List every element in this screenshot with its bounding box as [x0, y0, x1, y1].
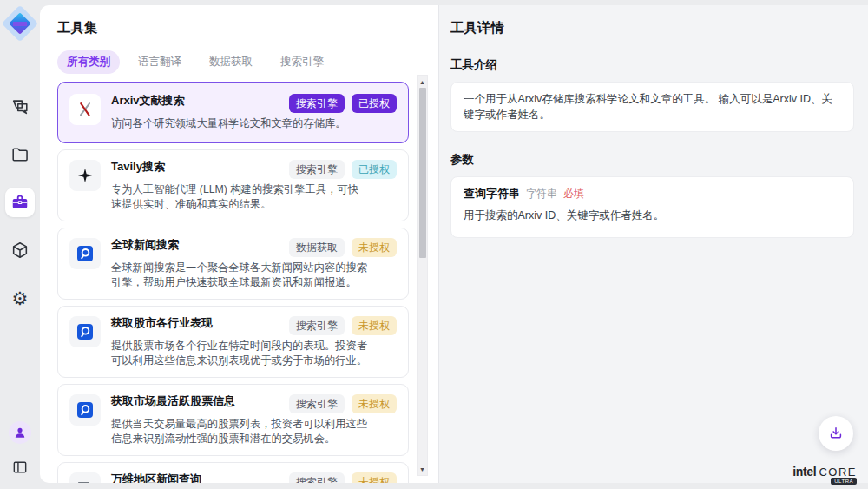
tool-description: 专为人工智能代理 (LLM) 构建的搜索引擎工具，可快速提供实时、准确和真实的结…: [111, 182, 368, 213]
brand-series: core: [819, 466, 857, 479]
tool-card-sector-performance[interactable]: 获取股市各行业表现 搜索引擎 未授权 提供股票市场各个行业在特定时间段内的表现。…: [57, 306, 409, 378]
tool-title: 万维地区新闻查询: [111, 472, 201, 484]
person-icon: [12, 425, 28, 440]
page-title: 工具集: [57, 19, 438, 37]
toolbox-icon: [10, 193, 30, 212]
category-badge: 数据获取: [289, 238, 345, 257]
scroll-up-arrow-icon[interactable]: ▲: [418, 76, 427, 87]
tool-title: 获取股市各行业表现: [111, 316, 213, 330]
sidebar-nav: ⚙: [5, 92, 35, 313]
auth-status-badge: 已授权: [352, 160, 397, 179]
panel-toggle-icon: [11, 459, 29, 476]
tool-card-arxiv[interactable]: Arxiv文献搜索 搜索引擎 已授权 访问各个研究领域大量科学论文和文章的存储库…: [57, 82, 409, 143]
download-icon: [827, 425, 845, 442]
sidebar-item-files[interactable]: [5, 140, 35, 169]
category-badge: 搜索引擎: [289, 394, 345, 413]
tool-description: 访问各个研究领域大量科学论文和文章的存储库。: [111, 116, 368, 132]
tab-language-translation[interactable]: 语言翻译: [128, 50, 191, 74]
tool-card-active-stocks[interactable]: 获取市场最活跃股票信息 搜索引擎 未授权 提供当天交易量最高的股票列表，投资者可…: [57, 384, 409, 456]
app-window: ⚙ 工具集 所有类别 语: [0, 0, 868, 489]
tab-search-engine[interactable]: 搜索引擎: [271, 50, 333, 74]
download-button[interactable]: [819, 416, 853, 451]
tool-card-global-news[interactable]: 全球新闻搜索 数据获取 未授权 全球新闻搜索是一个聚合全球各大新闻网站内容的搜索…: [57, 228, 409, 300]
search-icon: [69, 316, 101, 347]
details-title: 工具详情: [450, 19, 854, 37]
user-avatar[interactable]: [9, 421, 31, 444]
param-type: 字符串: [526, 187, 557, 202]
tool-title: 获取市场最活跃股票信息: [111, 394, 235, 408]
auth-status-badge: 未授权: [352, 316, 397, 335]
tool-card-tavily[interactable]: Tavily搜索 搜索引擎 已授权 专为人工智能代理 (LLM) 构建的搜索引擎…: [57, 149, 409, 221]
category-badge: 搜索引擎: [289, 94, 345, 113]
tool-title: Tavily搜索: [111, 160, 165, 174]
sidebar-item-plugins[interactable]: [5, 235, 35, 265]
gear-icon: ⚙: [12, 289, 29, 307]
sidebar-bottom: [9, 421, 31, 479]
auth-status-badge: 未授权: [352, 238, 397, 257]
tool-description: 全球新闻搜索是一个聚合全球各大新闻网站内容的搜索引擎，帮助用户快速获取全球最新资…: [111, 261, 368, 291]
intel-core-logo: intel core ultra: [792, 465, 857, 479]
intro-text: 一个用于从Arxiv存储库搜索科学论文和文章的工具。 输入可以是Arxiv ID…: [464, 91, 841, 122]
search-icon: [69, 394, 101, 426]
param-required-flag: 必填: [563, 187, 584, 202]
brand-tier-badge: ultra: [831, 478, 857, 485]
category-badge: 搜索引擎: [289, 472, 345, 484]
tool-list-panel: 工具集 所有类别 语言翻译 数据获取 搜索引擎 Arxiv文献搜索: [40, 5, 438, 483]
sidebar-item-settings[interactable]: ⚙: [5, 283, 35, 313]
tab-all-categories[interactable]: 所有类别: [57, 50, 120, 74]
sparkle-icon: [69, 160, 101, 191]
tool-title: Arxiv文献搜索: [111, 94, 185, 108]
auth-status-badge: 未授权: [352, 394, 397, 413]
param-name: 查询字符串: [464, 186, 520, 202]
auth-status-badge: 已授权: [352, 94, 397, 113]
tab-data-acquisition[interactable]: 数据获取: [200, 50, 262, 74]
category-tabs: 所有类别 语言翻译 数据获取 搜索引擎: [57, 50, 438, 74]
search-icon: [69, 238, 101, 269]
intro-heading: 工具介绍: [450, 57, 854, 73]
sidebar-item-chat[interactable]: [5, 92, 35, 122]
category-badge: 搜索引擎: [289, 160, 345, 179]
news-icon: [69, 472, 101, 484]
param-description: 用于搜索的Arxiv ID、关键字或作者姓名。: [464, 208, 841, 228]
folder-icon: [10, 145, 30, 164]
auth-status-badge: 未授权: [352, 472, 397, 484]
sidebar-item-toolbox[interactable]: [5, 188, 35, 217]
tool-card-regional-news[interactable]: 万维地区新闻查询 搜索引擎 未授权 查询具体行政区划内的新闻，快速了解各地新闻动: [57, 462, 409, 484]
cube-icon: [10, 241, 30, 260]
intro-box: 一个用于从Arxiv存储库搜索科学论文和文章的工具。 输入可以是Arxiv ID…: [450, 82, 854, 132]
tool-description: 提供当天交易量最高的股票列表，投资者可以利用这些信息来识别流动性强的股票和潜在的…: [111, 417, 368, 447]
category-badge: 搜索引擎: [289, 316, 345, 335]
tool-details-panel: 工具详情 工具介绍 一个用于从Arxiv存储库搜索科学论文和文章的工具。 输入可…: [438, 5, 868, 483]
sidebar: ⚙: [0, 0, 40, 489]
scroll-down-arrow-icon[interactable]: ▼: [418, 464, 427, 474]
app-logo-icon: [7, 10, 33, 36]
params-heading: 参数: [450, 152, 854, 168]
scrollbar-thumb[interactable]: [419, 88, 426, 258]
panel-toggle-button[interactable]: [9, 456, 31, 479]
list-scrollbar[interactable]: ▲ ▼: [417, 75, 428, 476]
tool-card-list: Arxiv文献搜索 搜索引擎 已授权 访问各个研究领域大量科学论文和文章的存储库…: [57, 82, 438, 483]
brand-name: intel: [792, 465, 816, 479]
chat-icon: [10, 97, 30, 116]
param-box: 查询字符串 字符串 必填 用于搜索的Arxiv ID、关键字或作者姓名。: [450, 176, 854, 238]
tool-title: 全球新闻搜索: [111, 238, 179, 252]
tool-description: 提供股票市场各个行业在特定时间段内的表现。投资者可以利用这些信息来识别表现优于或…: [111, 339, 368, 369]
arxiv-icon: [69, 94, 101, 125]
